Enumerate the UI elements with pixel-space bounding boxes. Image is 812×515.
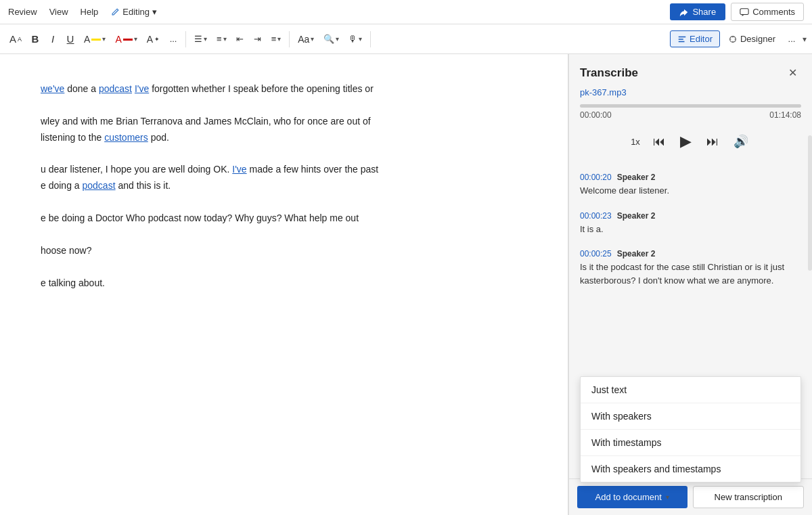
transcript-entry-1: 00:00:20 Speaker 2 Welcome dear listener… (569, 167, 812, 206)
panel-title: Transcribe (580, 66, 638, 80)
designer-button[interactable]: Designer (721, 31, 782, 47)
font-style-button[interactable]: A✦ (143, 31, 164, 47)
font-color-icon: A (115, 34, 121, 45)
font-size-button[interactable]: AA (5, 30, 26, 47)
add-chevron-icon: ▾ (666, 493, 669, 501)
underline-button[interactable]: U (62, 30, 78, 47)
skip-forward-button[interactable]: ⏭ (704, 133, 721, 151)
document-content: we've done a podcast I've forgotten whet… (41, 81, 527, 291)
time-end: 01:14:08 (769, 110, 801, 120)
ive-link-1[interactable]: I've (135, 83, 149, 94)
highlight-button[interactable]: A ▾ (80, 31, 110, 47)
paragraph-3: u dear listener, I hope you are well doi… (41, 162, 527, 194)
separator-2 (289, 31, 290, 47)
podcast-link-2[interactable]: podcast (83, 180, 116, 191)
volume-button[interactable]: 🔊 (731, 132, 750, 151)
highlight-color-bar (91, 39, 101, 41)
dictate-button[interactable]: 🎙▾ (344, 31, 366, 47)
ive-link-2[interactable]: I've (232, 164, 246, 175)
nav-menu: Review View Help Editing ▾ (8, 7, 157, 17)
podcast-link-1[interactable]: podcast (99, 83, 132, 94)
separator-3 (370, 31, 371, 47)
skip-forward-icon: ⏭ (706, 135, 719, 148)
dropdown-with-speakers[interactable]: With speakers (581, 403, 800, 430)
dropdown-menu: Just text With speakers With timestamps … (580, 376, 801, 483)
transcript-entry-2: 00:00:23 Speaker 2 It is a. (569, 206, 812, 244)
panel-scrollbar[interactable] (808, 135, 812, 271)
comments-button[interactable]: Comments (731, 3, 804, 21)
entry-text-2: It is a. (580, 223, 801, 236)
skip-back-icon: ⏮ (653, 135, 665, 148)
comments-icon (740, 7, 749, 17)
more-toolbar-button[interactable]: ... (784, 31, 800, 47)
nav-view[interactable]: View (49, 7, 68, 17)
separator-1 (185, 31, 186, 47)
paragraph-4: e be doing a Doctor Who podcast now toda… (41, 210, 527, 227)
toolbar-expand-icon[interactable]: ▾ (803, 35, 807, 44)
numbering-icon: ≡ (217, 34, 222, 44)
audio-progress-bar[interactable] (580, 104, 801, 108)
editor-button[interactable]: Editor (670, 30, 720, 47)
audio-times: 00:00:00 01:14:08 (569, 110, 812, 127)
transcribe-panel: Transcribe ✕ pk-367.mp3 00:00:00 01:14:0… (568, 54, 812, 515)
play-button[interactable]: ▶ (678, 131, 694, 152)
add-to-document-button[interactable]: Add to document ▾ (577, 486, 687, 508)
dropdown-with-speakers-timestamps[interactable]: With speakers and timestamps (581, 456, 800, 482)
bullets-icon: ☰ (194, 34, 202, 44)
font-dropdown-button[interactable]: Aa▾ (294, 31, 318, 47)
nav-help[interactable]: Help (81, 7, 99, 17)
entry-text-3: Is it the podcast for the case still Chr… (580, 261, 801, 287)
numbering-button[interactable]: ≡▾ (212, 31, 231, 47)
close-button[interactable]: ✕ (784, 65, 801, 81)
main-area: we've done a podcast I've forgotten whet… (0, 54, 812, 515)
dropdown-with-timestamps[interactable]: With timestamps (581, 430, 800, 456)
font-icon: Aa (298, 34, 309, 45)
share-icon (679, 7, 689, 17)
share-button[interactable]: Share (670, 3, 725, 20)
speed-button[interactable]: 1x (631, 137, 640, 147)
time-start: 00:00:00 (580, 110, 612, 120)
editing-button[interactable]: Editing ▾ (110, 7, 157, 17)
bold-button[interactable]: B (27, 30, 43, 47)
italic-button[interactable]: I (45, 30, 61, 47)
align-button[interactable]: ≡▾ (267, 31, 286, 47)
top-bar: Review View Help Editing ▾ Share Comment… (0, 0, 812, 24)
entry-text-1: Welcome dear listener. (580, 184, 801, 198)
font-color-bar (123, 39, 133, 41)
entry-time-1[interactable]: 00:00:20 (580, 173, 612, 182)
paragraph-5: hoose now? (41, 243, 527, 259)
dropdown-just-text[interactable]: Just text (581, 377, 800, 403)
svg-rect-0 (740, 8, 748, 14)
font-style-icon: A (147, 34, 153, 45)
toolbar: AA B I U A ▾ A ▾ A✦ ... ☰▾ ≡▾ ⇤ ⇥ ≡▾ Aa▾… (0, 24, 812, 54)
entry-speaker-3: Speaker 2 (617, 249, 656, 259)
paragraph-6: e talking about. (41, 275, 527, 292)
bullets-button[interactable]: ☰▾ (190, 31, 211, 47)
entry-time-2[interactable]: 00:00:23 (580, 211, 612, 221)
entry-time-3[interactable]: 00:00:25 (580, 249, 612, 259)
weve-link[interactable]: we've (41, 83, 64, 94)
search-icon: 🔍 (323, 34, 334, 44)
document-area[interactable]: we've done a podcast I've forgotten whet… (0, 54, 568, 515)
more-formatting-button[interactable]: ... (165, 31, 181, 47)
align-icon: ≡ (271, 34, 277, 44)
highlight-icon: A (84, 34, 90, 45)
toolbar-right: Editor Designer ... ▾ (670, 30, 807, 47)
nav-review[interactable]: Review (8, 7, 37, 17)
top-bar-actions: Share Comments (670, 3, 804, 21)
audio-filename[interactable]: pk-367.mp3 (569, 87, 812, 104)
increase-indent-button[interactable]: ⇥ (250, 31, 266, 47)
paragraph-2: wley and with me Brian Terranova and Jam… (41, 114, 527, 146)
decrease-indent-button[interactable]: ⇤ (232, 31, 248, 47)
font-color-button[interactable]: A ▾ (111, 31, 141, 47)
panel-footer: Add to document ▾ New transcription (569, 478, 812, 515)
pencil-icon (110, 7, 120, 17)
volume-icon: 🔊 (734, 135, 748, 148)
skip-back-button[interactable]: ⏮ (651, 133, 667, 151)
customers-link[interactable]: customers (104, 132, 148, 143)
new-transcription-button[interactable]: New transcription (693, 486, 805, 508)
decrease-indent-icon: ⇤ (236, 34, 244, 44)
microphone-icon: 🎙 (348, 34, 357, 44)
find-button[interactable]: 🔍▾ (319, 31, 343, 47)
increase-indent-icon: ⇥ (254, 34, 261, 44)
